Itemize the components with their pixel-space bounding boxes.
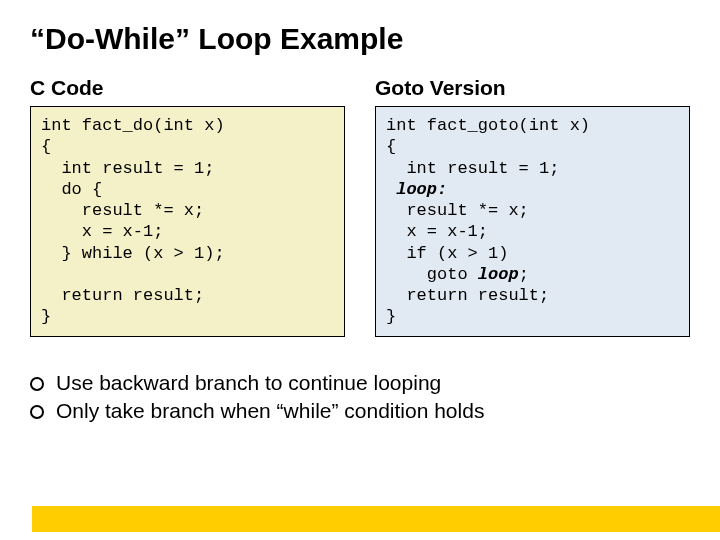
- code-line: do {: [41, 180, 102, 199]
- code-columns: C Code int fact_do(int x) { int result =…: [30, 76, 690, 337]
- code-line: result *= x;: [41, 201, 204, 220]
- code-line: result *= x;: [386, 201, 529, 220]
- bullet-item: Only take branch when “while” condition …: [30, 399, 690, 423]
- code-label: loop: [478, 265, 519, 284]
- code-line: }: [386, 307, 396, 326]
- footer: [0, 506, 720, 540]
- code-line: {: [41, 137, 51, 156]
- left-column: C Code int fact_do(int x) { int result =…: [30, 76, 345, 337]
- bullet-icon: [30, 377, 44, 391]
- code-line: x = x-1;: [386, 222, 488, 241]
- bullet-icon: [30, 405, 44, 419]
- right-heading: Goto Version: [375, 76, 690, 100]
- goto-code-box: int fact_goto(int x) { int result = 1; l…: [375, 106, 690, 337]
- code-line: [386, 180, 396, 199]
- code-line: int fact_goto(int x): [386, 116, 590, 135]
- code-line: if (x > 1): [386, 244, 508, 263]
- right-column: Goto Version int fact_goto(int x) { int …: [375, 76, 690, 337]
- c-code-box: int fact_do(int x) { int result = 1; do …: [30, 106, 345, 337]
- bullet-text: Use backward branch to continue looping: [56, 371, 441, 395]
- code-label: loop:: [396, 180, 447, 199]
- left-heading: C Code: [30, 76, 345, 100]
- code-line: {: [386, 137, 396, 156]
- code-line: ;: [519, 265, 529, 284]
- code-line: int fact_do(int x): [41, 116, 225, 135]
- bullet-list: Use backward branch to continue looping …: [30, 371, 690, 423]
- code-line: x = x-1;: [41, 222, 163, 241]
- bullet-text: Only take branch when “while” condition …: [56, 399, 484, 423]
- code-line: goto: [386, 265, 478, 284]
- code-line: return result;: [41, 286, 204, 305]
- code-line: int result = 1;: [41, 159, 214, 178]
- code-line: int result = 1;: [386, 159, 559, 178]
- code-line: return result;: [386, 286, 549, 305]
- code-line: } while (x > 1);: [41, 244, 225, 263]
- slide-title: “Do-While” Loop Example: [30, 22, 690, 56]
- slide: “Do-While” Loop Example C Code int fact_…: [0, 0, 720, 540]
- code-line: }: [41, 307, 51, 326]
- footer-bar: [32, 506, 720, 532]
- bullet-item: Use backward branch to continue looping: [30, 371, 690, 395]
